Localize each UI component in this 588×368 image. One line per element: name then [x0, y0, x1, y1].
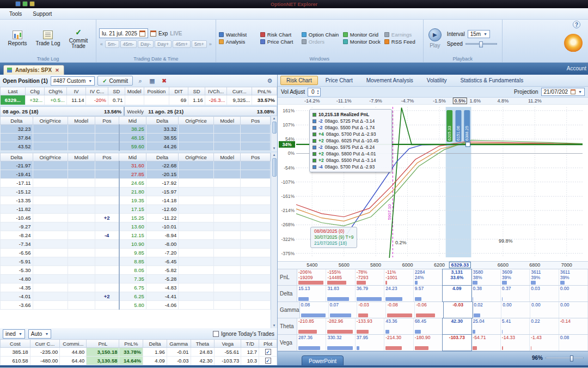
window-toggle[interactable]: Watchlist	[219, 32, 255, 38]
summary-row[interactable]: 385.18 -235.00 44.80 3,150.18 33.78% 1.9…	[1, 348, 277, 357]
quote-column-header[interactable]: IV C...	[86, 87, 108, 95]
greeks-cell[interactable]: 330.32	[326, 335, 355, 351]
window-toggle[interactable]: Option Chain	[302, 32, 338, 38]
account-label[interactable]: Account	[565, 65, 588, 71]
quote-column-header[interactable]: Model	[125, 87, 144, 95]
quote-column-header[interactable]: Position	[144, 87, 169, 95]
greeks-cell[interactable]: 5.41	[501, 318, 530, 334]
zoom-slider[interactable]	[546, 357, 584, 359]
quote-column-header[interactable]: IV	[66, 87, 86, 95]
greeks-cell[interactable]: 3,131 33.6%	[443, 269, 471, 285]
greeks-cell[interactable]: -133.93	[356, 318, 384, 334]
summary-column-header[interactable]: T/D	[241, 340, 259, 348]
greeks-cell[interactable]: 36.79	[356, 286, 384, 301]
qat-icon[interactable]	[15, 1, 21, 7]
plot-checkbox[interactable]: ✓	[265, 349, 271, 355]
greeks-cell[interactable]: 0.38	[471, 286, 500, 301]
greeks-cell[interactable]: -0.06	[415, 302, 444, 318]
vertical-scrollbar[interactable]: ▲▼	[271, 153, 277, 328]
option-row[interactable]: -3.66 5.80 -4.06	[1, 301, 271, 310]
time-step-button[interactable]: Day-	[138, 40, 154, 48]
greeks-cell[interactable]: 0.03	[530, 286, 559, 301]
greeks-cell[interactable]: -54.71	[471, 335, 500, 351]
expiry-left[interactable]: 08 ago. 25 (18) 13.56%	[1, 107, 125, 116]
chevron-left-icon[interactable]: «	[99, 41, 104, 47]
greeks-cell[interactable]: -206% -19209	[297, 269, 326, 285]
option-row[interactable]: 37.84 48.15 38.55	[1, 134, 271, 142]
greeks-cell[interactable]: 0.00	[559, 302, 588, 318]
projection-date-input[interactable]: 21/07/202 ▼	[541, 88, 585, 96]
grid-view-icon[interactable]: ▦	[148, 76, 157, 86]
window-toggle[interactable]: Earnings	[384, 32, 420, 38]
quote-column-header[interactable]: Chg	[25, 87, 45, 95]
greeks-cell[interactable]: -0.03	[357, 302, 386, 318]
checkbox-box[interactable]	[213, 331, 219, 337]
close-tab-icon[interactable]: ✕	[55, 68, 59, 73]
option-row[interactable]: -8.24 -4 12.15 -8.94	[1, 231, 271, 240]
commit-button[interactable]: ✓ Commit	[97, 76, 133, 86]
quote-column-header[interactable]: IVCh...	[205, 87, 227, 95]
time-step-button[interactable]: 45m-	[120, 40, 137, 48]
option-row[interactable]: -11.82 17.15 -12.60	[1, 205, 271, 214]
greeks-cell[interactable]: 15.13	[297, 286, 326, 301]
greeks-cell[interactable]: -78% -7293	[356, 269, 384, 285]
vertical-scrollbar[interactable]: ▲▼	[271, 116, 277, 151]
interval-select[interactable]: 15m ▼	[468, 30, 490, 38]
summary-column-header[interactable]: PnL%	[119, 340, 143, 348]
chain-column-header[interactable]: Delta	[146, 153, 179, 161]
play-button[interactable]: ▶	[428, 28, 442, 41]
chain-column-header[interactable]: OrigPrice	[33, 117, 68, 125]
trade-log-button[interactable]: Trade Log	[33, 21, 63, 55]
commit-trade-button[interactable]: ✓ Commit Trade	[64, 21, 93, 55]
quote-column-header[interactable]: SD	[108, 87, 125, 95]
option-row[interactable]: 43.52 59.60 44.26	[1, 142, 271, 151]
zoom-icon[interactable]: ⌕	[136, 76, 145, 86]
chart-tab[interactable]: Statistics & Fundamentals	[455, 76, 530, 85]
time-step-button[interactable]: Day+	[155, 40, 171, 48]
position-select[interactable]: #487 Custom ▼	[51, 76, 95, 86]
window-toggle[interactable]: Price Chart	[260, 39, 296, 45]
chain-column-header[interactable]: Mid	[119, 117, 146, 125]
chain-column-header[interactable]: Model	[213, 153, 241, 161]
chain-column-header[interactable]: Mid	[119, 153, 146, 161]
greeks-cell[interactable]: -155% -14485	[326, 269, 355, 285]
greeks-cell[interactable]: 287.36	[297, 335, 326, 351]
greeks-cell[interactable]: 3609 39%	[501, 269, 530, 285]
close-position-icon[interactable]: ✖	[160, 76, 169, 86]
greeks-cell[interactable]: 3611 39%	[530, 269, 559, 285]
greeks-cell[interactable]: -282.96	[326, 318, 355, 334]
chart-tab[interactable]: Price Chart	[320, 76, 359, 85]
greeks-cell[interactable]: -0.08	[386, 302, 415, 318]
chain-column-header[interactable]: Pos	[241, 117, 271, 125]
option-row[interactable]: 32.23 38.25 33.32	[1, 125, 271, 134]
option-row[interactable]: -5.91 8.85 -6.45	[1, 257, 271, 266]
option-row[interactable]: -15.12 21.80 -15.97	[1, 188, 271, 196]
greeks-cell[interactable]: 0.00	[559, 286, 588, 301]
greeks-cell[interactable]: 42.30	[443, 318, 471, 334]
greeks-cell[interactable]: 4.09	[443, 286, 471, 301]
greeks-cell[interactable]: 0.37	[501, 286, 530, 301]
greeks-cell[interactable]: 24.23	[384, 286, 413, 301]
option-row[interactable]: -5.30 8.05 -5.82	[1, 266, 271, 275]
option-row[interactable]: -10.45 +2 15.25 -11.22	[1, 214, 271, 222]
greeks-cell[interactable]: -0.03	[444, 302, 473, 318]
chart-tab[interactable]: Volatility	[421, 76, 453, 85]
greeks-cell[interactable]: -214.30	[384, 335, 413, 351]
qat-icon[interactable]	[22, 1, 28, 7]
greeks-cell[interactable]: 3611 39%	[559, 269, 588, 285]
tab-analysis-spx[interactable]: Analysis: SPX ✕	[3, 65, 64, 75]
chart-tab[interactable]: Movement Analysis	[360, 76, 419, 85]
settings-gear-icon[interactable]: ⚙	[265, 76, 274, 86]
chevron-right-icon[interactable]: »	[208, 41, 213, 47]
greeks-cell[interactable]: 9.57	[414, 286, 443, 301]
summary-column-header[interactable]: Gamma	[167, 340, 191, 348]
option-row[interactable]: -4.35 6.75 -4.83	[1, 283, 271, 292]
help-icon[interactable]: ?	[573, 21, 580, 28]
greeks-cell[interactable]: 2284 24%	[414, 269, 443, 285]
summary-column-header[interactable]: Commi...	[60, 340, 87, 348]
trading-date-input[interactable]: lu. 21 jul. 2025	[99, 28, 148, 38]
quote-column-header[interactable]: PnL%	[252, 87, 277, 95]
window-toggle[interactable]: Analysis	[219, 39, 255, 45]
summary-column-header[interactable]: Theta	[191, 340, 215, 348]
chain-column-header[interactable]: Delta	[1, 153, 33, 161]
